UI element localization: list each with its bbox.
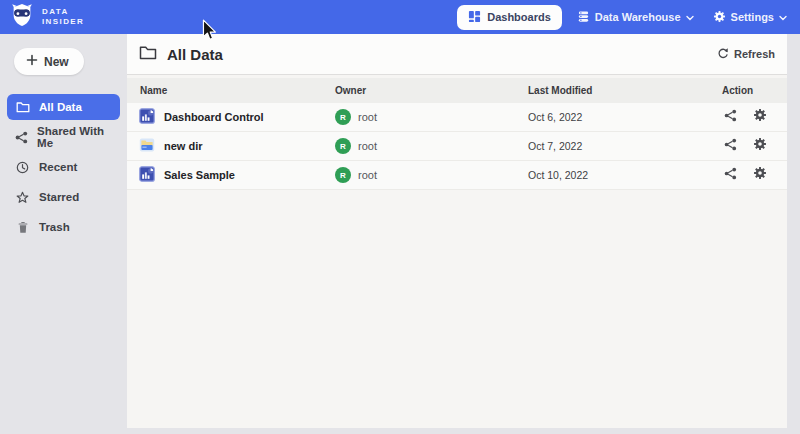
sidebar-item-trash[interactable]: Trash [7,214,120,240]
page-title: All Data [139,45,223,63]
refresh-icon [717,47,729,61]
trash-icon [15,221,30,234]
folder-icon [139,45,157,63]
clock-icon [15,161,30,174]
nav-dashboards-button[interactable]: Dashboards [457,5,562,30]
dashboard-file-icon [139,108,155,126]
folder-file-icon [139,137,155,155]
column-header-action: Action [722,85,787,96]
app-name-line2: INSIDER [42,17,84,27]
folder-icon [15,101,30,113]
data-table: Name Owner Last Modified Action [127,78,787,190]
chevron-down-icon [686,11,694,23]
dashboard-file-icon [139,166,155,184]
nav-settings-button[interactable]: Settings [709,5,791,30]
chevron-down-icon [779,11,787,23]
app-name: DATA INSIDER [42,7,84,28]
sidebar-item-label: Trash [39,221,70,233]
nav-dashboards-label: Dashboards [487,11,551,23]
last-modified-date: Oct 7, 2022 [528,140,722,152]
table-row[interactable]: new dir R root Oct 7, 2022 [127,132,787,161]
share-icon[interactable] [724,137,737,155]
gear-icon[interactable] [753,137,767,155]
dashboard-grid-icon [468,10,481,25]
app-window: DATA INSIDER Dashboards [0,0,800,434]
sidebar-item-label: Shared With Me [37,125,112,149]
mouse-cursor [202,19,218,47]
new-button-label: New [44,55,69,69]
app-logo: DATA INSIDER [9,2,84,32]
app-name-line1: DATA [42,7,84,17]
gear-icon[interactable] [753,108,767,126]
share-icon[interactable] [724,108,737,126]
content-header: All Data Refresh [127,34,787,75]
sidebar-item-starred[interactable]: Starred [7,184,120,210]
owner-name: root [358,169,377,181]
owl-logo-icon [9,2,35,32]
owner-name: root [358,111,377,123]
owner-name: root [358,140,377,152]
table-row[interactable]: Dashboard Control R root Oct 6, 2022 [127,103,787,132]
nav-data-warehouse-button[interactable]: Data Warehouse [573,5,698,30]
nav-settings-label: Settings [731,11,774,23]
share-icon[interactable] [724,166,737,184]
content-card: All Data Refresh Name Owner Las [127,34,787,428]
file-name: Sales Sample [164,169,235,181]
top-bar: DATA INSIDER Dashboards [0,0,800,34]
file-name: new dir [164,140,203,152]
gear-icon [713,10,726,25]
sidebar-item-all-data[interactable]: All Data [7,94,120,120]
last-modified-date: Oct 6, 2022 [528,111,722,123]
sidebar-item-label: Starred [39,191,79,203]
owner-avatar: R [335,167,351,183]
column-header-owner: Owner [335,85,528,96]
file-name: Dashboard Control [164,111,264,123]
table-header-row: Name Owner Last Modified Action [127,78,787,103]
owner-avatar: R [335,109,351,125]
share-icon [15,131,28,144]
database-icon [577,10,590,25]
gear-icon[interactable] [753,166,767,184]
table-row[interactable]: Sales Sample R root Oct 10, 2022 [127,161,787,190]
sidebar: New All Data [0,34,127,434]
plus-icon [26,54,38,69]
main-area: All Data Refresh Name Owner Las [127,34,800,434]
nav-data-warehouse-label: Data Warehouse [595,11,681,23]
sidebar-menu: All Data S [0,94,127,240]
page-title-label: All Data [167,46,223,63]
star-icon [15,191,30,204]
new-button[interactable]: New [14,48,84,75]
sidebar-item-label: Recent [39,161,77,173]
refresh-label: Refresh [734,48,775,60]
sidebar-item-shared-with-me[interactable]: Shared With Me [7,124,120,150]
column-header-name: Name [127,85,335,96]
last-modified-date: Oct 10, 2022 [528,169,722,181]
refresh-button[interactable]: Refresh [717,47,775,61]
owner-avatar: R [335,138,351,154]
sidebar-item-recent[interactable]: Recent [7,154,120,180]
column-header-last-modified: Last Modified [528,85,722,96]
sidebar-item-label: All Data [39,101,82,113]
top-nav: Dashboards Data Warehouse [457,5,791,30]
